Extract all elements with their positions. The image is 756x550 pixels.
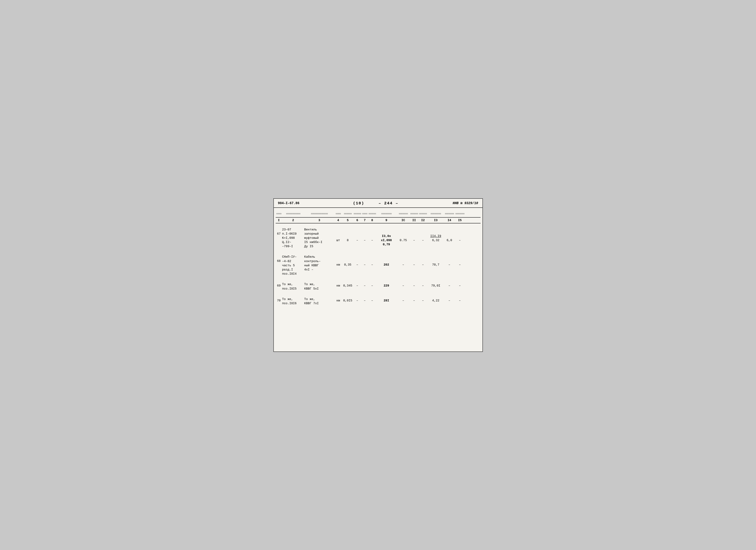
col-header-14: I4	[444, 219, 455, 222]
table-row: 70 То же,поз.I8I6 То же,КВВГ 7хI км 0,0I…	[276, 295, 481, 308]
row-70-col8: –	[369, 297, 376, 303]
row-70-col3: То же,КВВГ 7хI	[304, 297, 335, 305]
row-69-col13: 79,0I	[427, 282, 444, 288]
row-69-num: 69	[276, 282, 282, 288]
page-label: (10)	[353, 201, 364, 206]
col-header-1: I	[276, 219, 282, 222]
row-70-col2: То же,поз.I8I6	[282, 297, 304, 305]
deco-c9: ========	[376, 213, 397, 215]
row-70-col15: –	[455, 297, 465, 303]
table-row: 67 23–07п.I–06I0K=I,098Ц.I2––799–I Венти…	[276, 225, 481, 251]
col-header-13: I3	[427, 219, 444, 222]
col-header-5: 5	[342, 219, 354, 222]
row-69-col14: –	[444, 282, 455, 288]
col-header-10: IC	[397, 219, 410, 222]
row-68-col2: СНиП–IУ––4–82часть 5разд.Iпоз.I8I4	[282, 255, 304, 276]
row-69-col3: То же,КВВГ 5хI	[304, 282, 335, 291]
col-header-15: I5	[455, 219, 465, 222]
row-70-col5: 0,0I5	[342, 297, 354, 303]
row-69-col12: –	[419, 282, 427, 288]
row-68-col11: –	[410, 255, 419, 267]
col-header-9: 9	[376, 219, 397, 222]
deco-c12: ======	[419, 213, 427, 215]
row-69-col2: То же,поз.I8I5	[282, 282, 304, 291]
deco-c5: ======	[342, 213, 354, 215]
row-67-col7: –	[361, 228, 369, 243]
deco-c8: ========	[369, 213, 376, 215]
row-67-col15: –	[455, 228, 465, 243]
row-70-col4: км	[335, 297, 342, 303]
row-69-col10: –	[397, 282, 410, 288]
col-header-4: 4	[335, 219, 342, 222]
col-header-6: 6	[354, 219, 361, 222]
stamp: ННВ № 9329/10	[432, 201, 478, 205]
deco-c2: ===========	[282, 213, 304, 215]
row-70-num: 70	[276, 297, 282, 303]
row-67-col13: II4.I96,32	[427, 228, 444, 243]
deco-c13: ========	[427, 213, 444, 215]
deco-c1: ====	[276, 213, 282, 215]
deco-c3: =============	[304, 213, 335, 215]
col-header-8: 8	[369, 219, 376, 222]
doc-number: 904–I–67.86	[278, 201, 320, 205]
deco-c6: ======	[354, 213, 361, 215]
row-67-col2: 23–07п.I–06I0K=I,098Ц.I2––799–I	[282, 228, 304, 249]
deco-c10: =======	[397, 213, 410, 215]
table-row: 69 То же,поз.I8I5 То же,КВВГ 5хI км 0,34…	[276, 280, 481, 293]
subtitle: – 244 –	[379, 201, 398, 206]
row-67-col14: 6,0	[444, 228, 455, 243]
row-69-col5: 0,345	[342, 282, 354, 288]
row-69-col15: –	[455, 282, 465, 288]
row-67-col6: –	[354, 228, 361, 243]
row-70-col13: 4,22	[427, 297, 444, 303]
document-page: 904–I–67.86 (10) – 244 – ННВ № 9329/10 =…	[273, 198, 483, 352]
row-67-col8: –	[369, 228, 376, 243]
row-70-col11: –	[410, 297, 419, 303]
row-68-col15: –	[455, 255, 465, 267]
table-row: 68 СНиП–IУ––4–82часть 5разд.Iпоз.I8I4 Ка…	[276, 253, 481, 278]
row-67-col4: шт	[335, 228, 342, 243]
row-69-col7: –	[361, 282, 369, 288]
page-label-subtitle: (10) – 244 –	[320, 201, 432, 206]
row-68-num: 68	[276, 255, 282, 263]
deco-c15: =======	[455, 213, 465, 215]
row-70-col14: –	[444, 297, 455, 303]
row-68-col5: 0,35	[342, 255, 354, 267]
deco-c14: =======	[444, 213, 455, 215]
row-70-col10: –	[397, 297, 410, 303]
row-68-col14: –	[444, 255, 455, 267]
deco-c4: ====	[335, 213, 342, 215]
row-67-num: 67	[276, 228, 282, 236]
row-68-col9: 202	[376, 255, 397, 267]
deco-c7: ====	[361, 213, 369, 215]
row-67-col5: 8	[342, 228, 354, 243]
document-header: 904–I–67.86 (10) – 244 – ННВ № 9329/10	[274, 199, 482, 208]
row-69-col9: 229	[376, 282, 397, 288]
row-69-col8: –	[369, 282, 376, 288]
row-68-col13: 70,7	[427, 255, 444, 267]
row-70-col12: –	[419, 297, 427, 303]
col-header-2: 2	[282, 219, 304, 222]
row-67-col3: ВентильзапорныймуфтовыйI5 нж6бк–IДу I5	[304, 228, 335, 249]
row-69-col6: –	[354, 282, 361, 288]
row-68-col10: –	[397, 255, 410, 267]
row-69-col11: –	[410, 282, 419, 288]
table-content: ==== =========== ============= ==== ====…	[274, 208, 482, 310]
row-67-col10: 0.75	[397, 228, 410, 243]
col-header-7: 7	[361, 219, 369, 222]
row-68-col7: –	[361, 255, 369, 267]
col-header-12: I2	[419, 219, 427, 222]
row-68-col4: км	[335, 255, 342, 267]
row-68-col12: –	[419, 255, 427, 267]
row-70-col7: –	[361, 297, 369, 303]
row-68-col6: –	[354, 255, 361, 267]
deco-lines-row: ==== =========== ============= ==== ====…	[276, 212, 481, 216]
column-headers-row: I 2 3 4 5 6 7 8 9 IC II I2 I3 I4 I5	[276, 217, 481, 224]
row-67-col11: –	[410, 228, 419, 243]
row-67-col9: I3,0ххI,0980,79	[376, 228, 397, 247]
row-69-col4: км	[335, 282, 342, 288]
row-68-col3: Кабельконтроль–ный КВВГ4хI –	[304, 255, 335, 272]
col-header-11: II	[410, 219, 419, 222]
deco-c11: ======	[410, 213, 419, 215]
col-header-3: 3	[304, 219, 335, 222]
